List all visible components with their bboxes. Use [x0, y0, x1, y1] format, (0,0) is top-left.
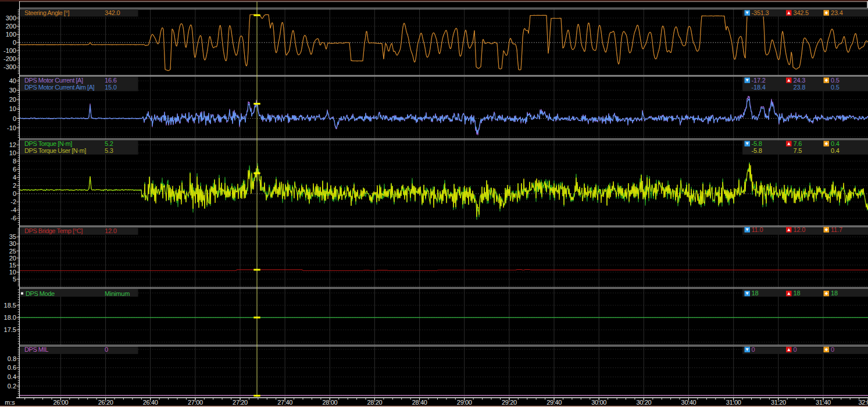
svg-text:15: 15: [9, 262, 16, 269]
svg-text:32:0: 32:0: [859, 399, 868, 406]
svg-text:18: 18: [794, 290, 801, 297]
svg-text:24.3: 24.3: [794, 77, 806, 84]
svg-text:DPS Bridge Temp [°C]: DPS Bridge Temp [°C]: [24, 227, 83, 234]
svg-text:Minimum: Minimum: [105, 290, 130, 297]
svg-text:20: 20: [9, 96, 16, 103]
svg-text:DPS Mode: DPS Mode: [26, 290, 55, 297]
svg-text:0.5: 0.5: [831, 84, 840, 91]
svg-text:11.0: 11.0: [752, 226, 763, 233]
svg-text:-2: -2: [10, 198, 16, 205]
svg-text:11.7: 11.7: [831, 226, 842, 233]
svg-text:300: 300: [6, 15, 16, 22]
svg-text:-5.8: -5.8: [752, 147, 762, 154]
svg-text:5.2: 5.2: [105, 140, 113, 147]
svg-text:30: 30: [9, 240, 16, 247]
svg-text:0.4: 0.4: [831, 140, 840, 147]
svg-text:7.6: 7.6: [794, 140, 802, 147]
svg-text:DPS Torque [N·m]: DPS Torque [N·m]: [24, 140, 72, 147]
svg-text:7.5: 7.5: [794, 147, 802, 154]
svg-text:-5.8: -5.8: [752, 140, 762, 147]
svg-text:0.2: 0.2: [8, 383, 16, 390]
svg-text:2: 2: [13, 182, 16, 189]
svg-text:10: 10: [9, 149, 16, 156]
svg-text:0.6: 0.6: [8, 364, 16, 371]
svg-text:Steering Angle [°]: Steering Angle [°]: [24, 9, 69, 16]
svg-text:15.0: 15.0: [105, 84, 117, 91]
svg-text:8: 8: [13, 158, 16, 165]
svg-text:5.3: 5.3: [105, 147, 113, 154]
svg-text:23.4: 23.4: [831, 9, 843, 16]
svg-text:-6: -6: [10, 215, 16, 222]
svg-text:12.0: 12.0: [105, 227, 117, 234]
svg-text:35: 35: [9, 233, 16, 240]
svg-text:200: 200: [6, 23, 16, 30]
svg-text:-300: -300: [3, 63, 16, 70]
svg-text:-18.4: -18.4: [752, 84, 766, 91]
svg-text:0: 0: [13, 190, 16, 197]
svg-text:16.6: 16.6: [105, 77, 117, 84]
svg-text:10: 10: [9, 269, 16, 276]
svg-text:0: 0: [105, 346, 108, 353]
svg-text:100: 100: [6, 31, 16, 38]
svg-text:18.0: 18.0: [4, 314, 16, 321]
svg-text:-351.3: -351.3: [752, 9, 769, 16]
svg-text:-10: -10: [7, 124, 16, 131]
svg-text:18.5: 18.5: [4, 302, 16, 309]
svg-text:342.0: 342.0: [105, 9, 120, 16]
svg-text:12: 12: [9, 141, 16, 148]
svg-text:4: 4: [13, 174, 16, 181]
svg-text:17.5: 17.5: [4, 326, 16, 333]
svg-text:20: 20: [9, 255, 16, 262]
svg-text:12.0: 12.0: [794, 226, 806, 233]
svg-text:-17.2: -17.2: [752, 77, 766, 84]
svg-text:0: 0: [831, 346, 834, 353]
svg-text:-200: -200: [3, 55, 16, 62]
svg-text:-100: -100: [3, 47, 16, 54]
svg-text:0.5: 0.5: [831, 77, 840, 84]
svg-text:342.5: 342.5: [794, 9, 809, 16]
svg-text:DPS MIL: DPS MIL: [24, 346, 48, 353]
svg-text:0: 0: [13, 115, 16, 122]
svg-text:40: 40: [9, 77, 16, 84]
svg-text:m:s: m:s: [5, 399, 15, 406]
svg-text:18: 18: [752, 290, 759, 297]
svg-text:-4: -4: [10, 206, 16, 213]
svg-text:0.4: 0.4: [831, 147, 840, 154]
svg-text:0: 0: [752, 346, 755, 353]
svg-text:25: 25: [9, 248, 16, 255]
svg-text:0.8: 0.8: [8, 355, 16, 362]
svg-text:6: 6: [13, 166, 16, 173]
svg-text:DPS Motor Current [A]: DPS Motor Current [A]: [24, 77, 83, 84]
svg-text:0: 0: [13, 39, 16, 46]
svg-text:30: 30: [9, 87, 16, 94]
svg-text:5: 5: [13, 276, 16, 283]
svg-text:23.8: 23.8: [794, 84, 806, 91]
svg-text:DPS Torque User [N·m]: DPS Torque User [N·m]: [24, 147, 86, 154]
svg-text:10: 10: [9, 105, 16, 112]
svg-text:18: 18: [831, 290, 838, 297]
svg-text:DPS Motor Current Aim [A]: DPS Motor Current Aim [A]: [24, 84, 95, 91]
svg-text:0: 0: [794, 346, 797, 353]
svg-text:0.4: 0.4: [8, 373, 16, 380]
